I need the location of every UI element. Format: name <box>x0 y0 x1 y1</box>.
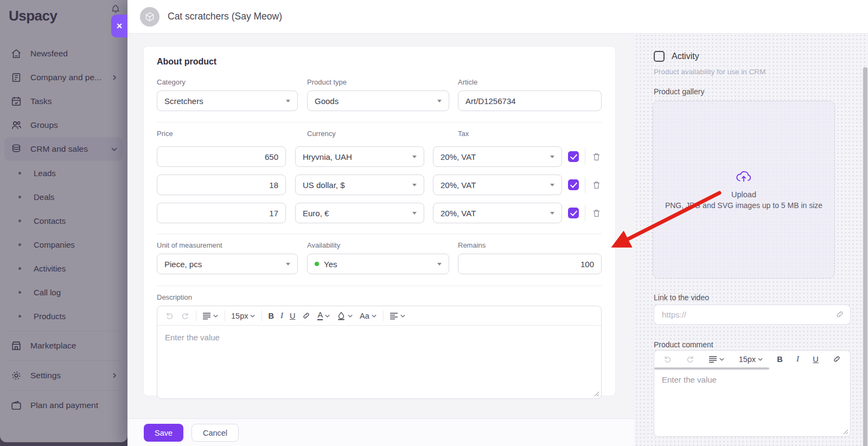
article-input[interactable] <box>458 91 602 111</box>
description-placeholder: Enter the value <box>165 333 220 342</box>
video-url-input[interactable] <box>654 305 851 325</box>
font-color-button[interactable]: A <box>314 309 334 322</box>
font-size-value: 15px <box>739 355 756 364</box>
price-input[interactable] <box>157 203 286 223</box>
redo-icon[interactable] <box>177 309 193 322</box>
tax-select[interactable]: 20%, VAT <box>433 203 562 223</box>
description-toolbar: 15px B I U A <box>157 306 601 326</box>
chevron-down-icon <box>213 314 219 318</box>
dropdown-arrow-icon <box>550 156 554 158</box>
upload-label: Upload <box>731 190 756 199</box>
italic-button[interactable]: I <box>793 353 802 365</box>
activity-checkbox[interactable] <box>654 51 665 62</box>
delete-price-button[interactable] <box>591 152 602 162</box>
description-label: Description <box>157 293 602 301</box>
product-slideover: Cat scratchers (Say Meow) About product … <box>127 0 868 446</box>
underline-button[interactable]: U <box>809 353 821 365</box>
price-row: Euro, € 20%, VAT <box>157 203 602 223</box>
divider <box>225 311 225 321</box>
text-case-button[interactable]: Aa <box>356 310 380 322</box>
currency-select[interactable]: US dollar, $ <box>295 174 424 195</box>
currency-select[interactable]: Euro, € <box>295 203 424 223</box>
italic-button[interactable]: I <box>277 309 286 322</box>
line-height-button[interactable] <box>705 354 728 365</box>
price-active-checkbox[interactable] <box>568 151 579 162</box>
page-title: Cat scratchers (Say Meow) <box>168 11 282 22</box>
activity-hint: Product availability for use in CRM <box>654 68 765 76</box>
chevron-down-icon <box>719 357 725 361</box>
highlight-color-button[interactable] <box>334 309 356 322</box>
undo-icon[interactable] <box>660 353 675 365</box>
unit-label: Unit of measurement <box>157 241 298 249</box>
divider <box>157 234 602 234</box>
category-select[interactable]: Scretchers <box>157 91 298 111</box>
unit-select[interactable]: Piece, pcs <box>157 254 298 274</box>
chevron-down-icon <box>757 357 763 361</box>
currency-value: Euro, € <box>303 209 408 218</box>
link-icon <box>835 309 845 319</box>
product-type-select[interactable]: Goods <box>307 91 449 111</box>
chevron-down-icon <box>347 314 353 318</box>
activity-label: Activity <box>672 51 699 61</box>
dropdown-arrow-icon <box>286 100 290 102</box>
resize-handle[interactable] <box>594 391 599 397</box>
redo-icon[interactable] <box>682 353 698 365</box>
chevron-down-icon <box>400 314 406 318</box>
price-input[interactable] <box>157 174 286 195</box>
modal-backdrop[interactable] <box>0 0 127 446</box>
remains-input[interactable] <box>458 254 602 274</box>
dropdown-arrow-icon <box>412 212 417 215</box>
cancel-button[interactable]: Cancel <box>192 424 239 442</box>
cloud-upload-icon <box>736 170 752 184</box>
comment-label: Product comment <box>654 340 713 349</box>
link-button[interactable] <box>298 309 314 322</box>
price-active-checkbox[interactable] <box>568 179 579 190</box>
currency-value: Hryvnia, UAH <box>303 152 408 161</box>
delete-price-button[interactable] <box>591 180 602 190</box>
divider <box>196 311 196 321</box>
comment-textarea[interactable]: Enter the value <box>654 370 850 390</box>
tax-select[interactable]: 20%, VAT <box>433 146 562 167</box>
bold-button[interactable]: B <box>265 310 277 322</box>
resize-handle[interactable] <box>843 429 848 435</box>
undo-icon[interactable] <box>162 309 177 322</box>
delete-price-button[interactable] <box>591 208 602 218</box>
close-button[interactable]: × <box>111 15 127 37</box>
divider <box>585 148 585 165</box>
description-textarea[interactable]: Enter the value <box>157 326 601 349</box>
currency-label: Currency <box>307 130 449 138</box>
panel-header: Cat scratchers (Say Meow) <box>127 0 868 34</box>
availability-label: Availability <box>307 241 449 249</box>
scrollbar-track[interactable] <box>863 67 868 446</box>
cube-icon <box>144 11 155 22</box>
bold-button[interactable]: B <box>774 353 786 365</box>
font-size-select[interactable]: 15px <box>736 353 767 365</box>
save-button[interactable]: Save <box>144 424 183 442</box>
align-button[interactable] <box>386 311 409 321</box>
form-actions-bar: Save Cancel <box>127 418 635 446</box>
link-button[interactable] <box>829 353 845 365</box>
currency-select[interactable]: Hryvnia, UAH <box>295 146 424 167</box>
dropdown-arrow-icon <box>412 156 417 158</box>
comment-toolbar: 15px B I U <box>654 351 850 367</box>
price-row: US dollar, $ 20%, VAT <box>157 174 602 195</box>
about-product-card: About product Category Scretchers Produc… <box>143 46 616 396</box>
text-case-glyph: Aa <box>360 312 369 320</box>
tax-value: 20%, VAT <box>441 180 546 190</box>
tax-select[interactable]: 20%, VAT <box>433 174 562 195</box>
font-color-glyph: A <box>317 311 323 320</box>
availability-select[interactable]: Yes <box>307 254 449 274</box>
product-type-label: Product type <box>307 78 449 86</box>
line-height-button[interactable] <box>199 311 222 321</box>
underline-button[interactable]: U <box>286 310 298 322</box>
gallery-label: Product gallery <box>654 87 704 96</box>
upload-dropzone[interactable]: Upload PNG, JPG and SVG images up to 5 M… <box>653 101 835 279</box>
price-input[interactable] <box>157 146 286 167</box>
font-size-select[interactable]: 15px <box>228 310 259 322</box>
category-label: Category <box>157 78 298 86</box>
article-label: Article <box>458 78 602 86</box>
section-title: About product <box>157 57 602 67</box>
scrollbar-thumb[interactable] <box>863 67 867 446</box>
product-avatar <box>140 7 159 27</box>
price-active-checkbox[interactable] <box>568 208 579 218</box>
